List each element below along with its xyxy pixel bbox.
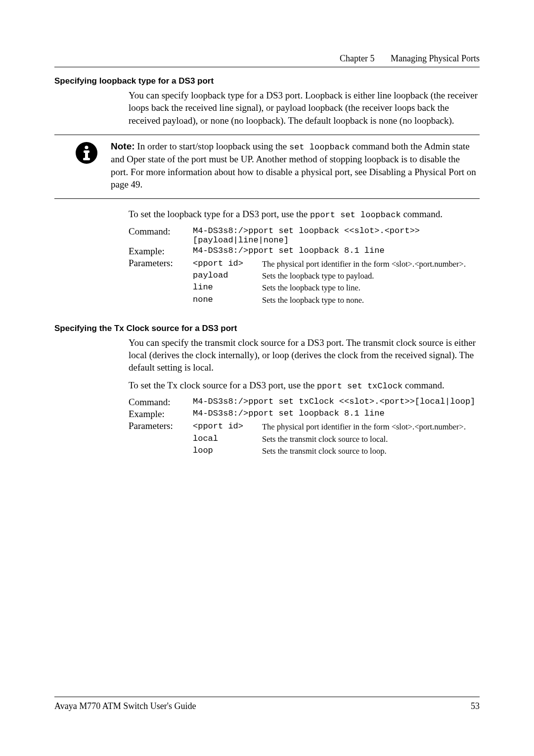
footer-page-number: 53 (471, 701, 480, 711)
example-value: M4-DS3s8:/>pport set loopback 8.1 line (193, 409, 480, 418)
param-key: <pport id> (193, 422, 262, 431)
paragraph: You can specify the transmit clock sourc… (129, 336, 480, 374)
command-value: M4-DS3s8:/>pport set txClock <<slot>.<po… (193, 397, 480, 406)
example-label: Example: (129, 409, 193, 420)
example-value: M4-DS3s8:/>pport set loopback 8.1 line (193, 246, 480, 255)
param-key: line (193, 283, 262, 292)
intro-text: To set the loopback type for a DS3 port,… (129, 209, 310, 219)
param-desc: The physical port identifier in the form… (262, 259, 480, 270)
intro-tail: command. (401, 209, 443, 219)
note-body-part1: In order to start/stop loopback using th… (137, 141, 289, 151)
footer-left: Avaya M770 ATM Switch User's Guide (54, 701, 196, 711)
param-key: none (193, 295, 262, 304)
info-icon (74, 142, 99, 164)
param-key: payload (193, 271, 262, 280)
param-key: <pport id> (193, 259, 262, 268)
example-label: Example: (129, 246, 193, 257)
svg-rect-4 (83, 158, 90, 160)
section-body-loopback: You can specify loopback type for a DS3 … (129, 89, 480, 127)
param-desc: Sets the loopback type to line. (262, 283, 480, 293)
intro-line-loopback: To set the loopback type for a DS3 port,… (129, 208, 480, 221)
parameters-list: <pport id>The physical port identifier i… (193, 258, 480, 307)
chapter-title: Managing Physical Ports (391, 53, 480, 63)
note-label: Note: (111, 141, 135, 151)
intro-code: pport set txClock (317, 381, 402, 391)
note-block: Note: In order to start/stop loopback us… (54, 140, 480, 190)
parameters-label: Parameters: (129, 421, 193, 431)
param-desc: Sets the transmit clock source to local. (262, 434, 480, 445)
note-text: Note: In order to start/stop loopback us… (111, 140, 480, 190)
parameters-list: <pport id>The physical port identifier i… (193, 421, 480, 458)
parameters-label: Parameters: (129, 258, 193, 269)
section-heading-loopback: Specifying loopback type for a DS3 port (54, 76, 480, 86)
section-heading-txclock: Specifying the Tx Clock source for a DS3… (54, 324, 480, 333)
paragraph: You can specify loopback type for a DS3 … (129, 89, 480, 127)
command-label: Command: (129, 397, 193, 408)
svg-point-1 (85, 145, 88, 149)
param-desc: The physical port identifier in the form… (262, 422, 480, 432)
command-table-txclock: Command: M4-DS3s8:/>pport set txClock <<… (129, 397, 480, 458)
note-code: set loopback (289, 142, 350, 152)
intro-text: To set the Tx clock source for a DS3 por… (129, 380, 317, 390)
intro-tail: command. (402, 380, 444, 390)
command-label: Command: (129, 226, 193, 237)
chapter-header: Chapter 5 Managing Physical Ports (54, 53, 480, 64)
command-value: M4-DS3s8:/>pport set loopback <<slot>.<p… (193, 226, 480, 245)
param-desc: Sets the loopback type to payload. (262, 271, 480, 282)
param-key: local (193, 434, 262, 443)
param-desc: Sets the transmit clock source to loop. (262, 446, 480, 457)
intro-code: pport set loopback (310, 210, 401, 220)
param-desc: Sets the loopback type to none. (262, 295, 480, 306)
chapter-label: Chapter 5 (340, 53, 374, 63)
param-key: loop (193, 446, 262, 455)
section-body-txclock: You can specify the transmit clock sourc… (129, 336, 480, 392)
command-table-loopback: Command: M4-DS3s8:/>pport set loopback <… (129, 226, 480, 307)
page-footer: Avaya M770 ATM Switch User's Guide 53 (54, 697, 480, 711)
